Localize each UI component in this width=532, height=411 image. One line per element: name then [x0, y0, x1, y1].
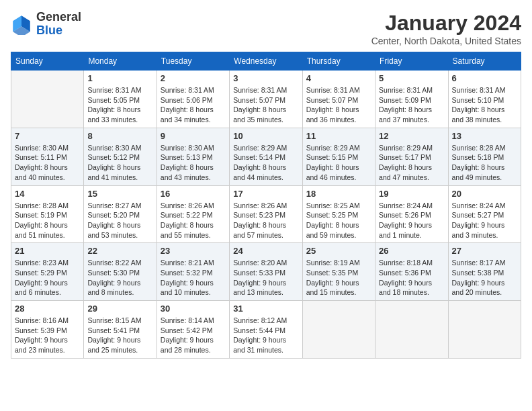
calendar-cell: 21Sunrise: 8:23 AMSunset: 5:29 PMDayligh…	[11, 243, 84, 301]
day-number: 22	[87, 246, 152, 256]
logo-icon	[11, 13, 32, 35]
day-number: 25	[306, 246, 371, 256]
day-number: 23	[161, 246, 226, 256]
day-number: 28	[15, 304, 80, 314]
day-number: 19	[379, 189, 444, 199]
calendar-cell	[11, 71, 84, 128]
day-number: 21	[15, 246, 80, 256]
calendar-cell: 29Sunrise: 8:15 AMSunset: 5:41 PMDayligh…	[84, 301, 157, 359]
day-number: 24	[233, 246, 298, 256]
logo-blue: Blue	[36, 24, 81, 38]
calendar-cell: 13Sunrise: 8:28 AMSunset: 5:18 PMDayligh…	[448, 128, 521, 185]
day-info: Sunrise: 8:29 AMSunset: 5:14 PMDaylight:…	[233, 143, 298, 183]
title-block: January 2024 Center, North Dakota, Unite…	[371, 11, 521, 46]
day-info: Sunrise: 8:24 AMSunset: 5:26 PMDaylight:…	[379, 201, 444, 240]
calendar-cell: 16Sunrise: 8:26 AMSunset: 5:22 PMDayligh…	[157, 185, 229, 243]
calendar-cell: 4Sunrise: 8:31 AMSunset: 5:07 PMDaylight…	[302, 71, 375, 128]
calendar-cell	[375, 301, 448, 359]
day-number: 4	[306, 73, 371, 83]
day-number: 30	[161, 304, 226, 314]
calendar-cell: 22Sunrise: 8:22 AMSunset: 5:30 PMDayligh…	[84, 243, 157, 301]
day-info: Sunrise: 8:30 AMSunset: 5:11 PMDaylight:…	[15, 143, 80, 183]
weekday-header-monday: Monday	[84, 52, 157, 71]
day-number: 31	[233, 304, 298, 314]
day-info: Sunrise: 8:17 AMSunset: 5:38 PMDaylight:…	[452, 258, 517, 298]
day-info: Sunrise: 8:31 AMSunset: 5:07 PMDaylight:…	[306, 85, 371, 125]
calendar-week-3: 14Sunrise: 8:28 AMSunset: 5:19 PMDayligh…	[11, 185, 521, 243]
calendar-cell: 26Sunrise: 8:18 AMSunset: 5:36 PMDayligh…	[375, 243, 448, 301]
calendar-cell: 30Sunrise: 8:14 AMSunset: 5:42 PMDayligh…	[157, 301, 229, 359]
weekday-header-friday: Friday	[375, 52, 448, 71]
day-info: Sunrise: 8:15 AMSunset: 5:41 PMDaylight:…	[87, 316, 152, 355]
calendar-week-4: 21Sunrise: 8:23 AMSunset: 5:29 PMDayligh…	[11, 243, 521, 301]
day-info: Sunrise: 8:31 AMSunset: 5:05 PMDaylight:…	[87, 85, 152, 125]
day-number: 7	[15, 131, 80, 141]
day-number: 29	[87, 304, 152, 314]
day-number: 15	[87, 189, 152, 199]
calendar-cell: 7Sunrise: 8:30 AMSunset: 5:11 PMDaylight…	[11, 128, 84, 185]
day-number: 16	[161, 189, 226, 199]
calendar-cell: 2Sunrise: 8:31 AMSunset: 5:06 PMDaylight…	[157, 71, 229, 128]
logo: General Blue	[11, 11, 81, 38]
calendar-cell: 15Sunrise: 8:27 AMSunset: 5:20 PMDayligh…	[84, 185, 157, 243]
day-info: Sunrise: 8:27 AMSunset: 5:20 PMDaylight:…	[87, 201, 152, 240]
page-header: General Blue January 2024 Center, North …	[11, 11, 521, 46]
calendar-table: SundayMondayTuesdayWednesdayThursdayFrid…	[11, 52, 521, 359]
day-number: 12	[379, 131, 444, 141]
day-info: Sunrise: 8:31 AMSunset: 5:09 PMDaylight:…	[379, 85, 444, 125]
day-number: 6	[452, 73, 517, 83]
day-number: 26	[379, 246, 444, 256]
day-number: 5	[379, 73, 444, 83]
day-info: Sunrise: 8:29 AMSunset: 5:15 PMDaylight:…	[306, 143, 371, 183]
day-number: 13	[452, 131, 517, 141]
calendar-cell	[302, 301, 375, 359]
day-number: 1	[87, 73, 152, 83]
day-info: Sunrise: 8:19 AMSunset: 5:35 PMDaylight:…	[306, 258, 371, 298]
calendar-week-5: 28Sunrise: 8:16 AMSunset: 5:39 PMDayligh…	[11, 301, 521, 359]
calendar-cell: 17Sunrise: 8:26 AMSunset: 5:23 PMDayligh…	[230, 185, 302, 243]
day-number: 8	[87, 131, 152, 141]
day-info: Sunrise: 8:22 AMSunset: 5:30 PMDaylight:…	[87, 258, 152, 298]
calendar-cell: 12Sunrise: 8:29 AMSunset: 5:17 PMDayligh…	[375, 128, 448, 185]
calendar-week-1: 1Sunrise: 8:31 AMSunset: 5:05 PMDaylight…	[11, 71, 521, 128]
calendar-cell: 9Sunrise: 8:30 AMSunset: 5:13 PMDaylight…	[157, 128, 229, 185]
calendar-cell: 31Sunrise: 8:12 AMSunset: 5:44 PMDayligh…	[230, 301, 302, 359]
day-info: Sunrise: 8:21 AMSunset: 5:32 PMDaylight:…	[161, 258, 226, 298]
calendar-cell: 28Sunrise: 8:16 AMSunset: 5:39 PMDayligh…	[11, 301, 84, 359]
calendar-week-2: 7Sunrise: 8:30 AMSunset: 5:11 PMDaylight…	[11, 128, 521, 185]
calendar-cell: 14Sunrise: 8:28 AMSunset: 5:19 PMDayligh…	[11, 185, 84, 243]
weekday-header-sunday: Sunday	[11, 52, 84, 71]
day-info: Sunrise: 8:26 AMSunset: 5:23 PMDaylight:…	[233, 201, 298, 240]
day-info: Sunrise: 8:25 AMSunset: 5:25 PMDaylight:…	[306, 201, 371, 240]
calendar-cell	[448, 301, 521, 359]
day-info: Sunrise: 8:31 AMSunset: 5:10 PMDaylight:…	[452, 85, 517, 125]
day-number: 3	[233, 73, 298, 83]
day-info: Sunrise: 8:26 AMSunset: 5:22 PMDaylight:…	[161, 201, 226, 240]
calendar-cell: 10Sunrise: 8:29 AMSunset: 5:14 PMDayligh…	[230, 128, 302, 185]
day-info: Sunrise: 8:20 AMSunset: 5:33 PMDaylight:…	[233, 258, 298, 298]
day-info: Sunrise: 8:29 AMSunset: 5:17 PMDaylight:…	[379, 143, 444, 183]
calendar-cell: 20Sunrise: 8:24 AMSunset: 5:27 PMDayligh…	[448, 185, 521, 243]
day-info: Sunrise: 8:16 AMSunset: 5:39 PMDaylight:…	[15, 316, 80, 355]
day-number: 11	[306, 131, 371, 141]
day-number: 2	[161, 73, 226, 83]
calendar-cell: 25Sunrise: 8:19 AMSunset: 5:35 PMDayligh…	[302, 243, 375, 301]
calendar-cell: 23Sunrise: 8:21 AMSunset: 5:32 PMDayligh…	[157, 243, 229, 301]
calendar-cell: 24Sunrise: 8:20 AMSunset: 5:33 PMDayligh…	[230, 243, 302, 301]
calendar-cell: 5Sunrise: 8:31 AMSunset: 5:09 PMDaylight…	[375, 71, 448, 128]
day-info: Sunrise: 8:30 AMSunset: 5:13 PMDaylight:…	[161, 143, 226, 183]
day-info: Sunrise: 8:23 AMSunset: 5:29 PMDaylight:…	[15, 258, 80, 298]
day-info: Sunrise: 8:28 AMSunset: 5:18 PMDaylight:…	[452, 143, 517, 183]
calendar-cell: 19Sunrise: 8:24 AMSunset: 5:26 PMDayligh…	[375, 185, 448, 243]
weekday-header-row: SundayMondayTuesdayWednesdayThursdayFrid…	[11, 52, 521, 71]
day-info: Sunrise: 8:30 AMSunset: 5:12 PMDaylight:…	[87, 143, 152, 183]
day-info: Sunrise: 8:28 AMSunset: 5:19 PMDaylight:…	[15, 201, 80, 240]
day-info: Sunrise: 8:24 AMSunset: 5:27 PMDaylight:…	[452, 201, 517, 240]
calendar-title: January 2024	[371, 11, 521, 36]
logo-text: General Blue	[36, 11, 81, 38]
calendar-cell: 18Sunrise: 8:25 AMSunset: 5:25 PMDayligh…	[302, 185, 375, 243]
day-number: 27	[452, 246, 517, 256]
day-info: Sunrise: 8:31 AMSunset: 5:07 PMDaylight:…	[233, 85, 298, 125]
calendar-cell: 1Sunrise: 8:31 AMSunset: 5:05 PMDaylight…	[84, 71, 157, 128]
calendar-cell: 8Sunrise: 8:30 AMSunset: 5:12 PMDaylight…	[84, 128, 157, 185]
